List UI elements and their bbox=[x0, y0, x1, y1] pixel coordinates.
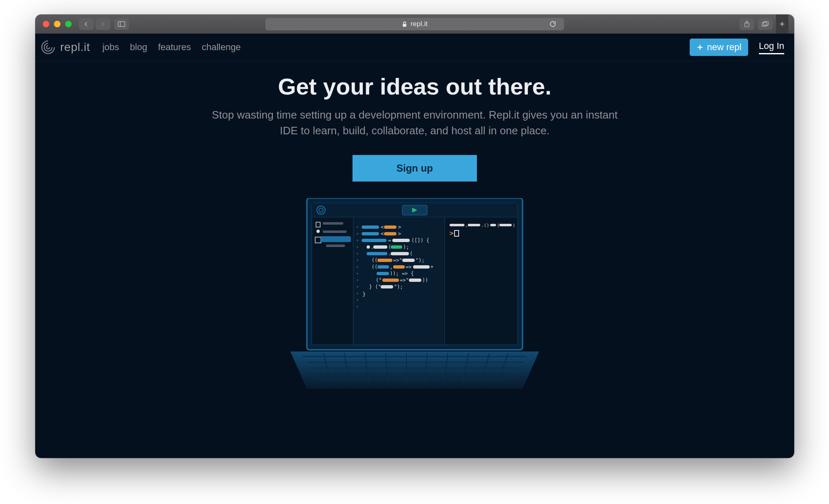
svg-text:((: (( bbox=[372, 257, 377, 263]
svg-point-45 bbox=[357, 226, 358, 228]
svg-rect-64 bbox=[384, 232, 396, 235]
svg-rect-95 bbox=[382, 279, 399, 282]
sidebar-toggle[interactable] bbox=[114, 18, 129, 30]
replit-logo-icon bbox=[40, 39, 56, 55]
svg-point-51 bbox=[357, 266, 358, 268]
svg-text:(": (" bbox=[376, 277, 382, 283]
svg-text:=>: => bbox=[406, 264, 411, 270]
svg-rect-105 bbox=[468, 224, 480, 226]
svg-text:=>": =>" bbox=[400, 277, 409, 283]
svg-text:)): )) bbox=[422, 277, 428, 283]
svg-point-53 bbox=[357, 279, 358, 281]
new-tab-button[interactable] bbox=[776, 15, 788, 34]
svg-rect-100 bbox=[381, 285, 393, 288]
page-content: repl.it jobs blog features challenge new… bbox=[35, 34, 794, 458]
nav-link-features[interactable]: features bbox=[158, 42, 191, 53]
svg-rect-97 bbox=[409, 279, 421, 282]
window-controls bbox=[43, 21, 72, 27]
svg-text:+: + bbox=[430, 264, 433, 270]
address-bar[interactable]: repl.it bbox=[265, 18, 564, 30]
toolbar-right bbox=[739, 15, 788, 34]
svg-text:): ) bbox=[513, 223, 515, 228]
svg-text:([]) {: ([]) { bbox=[411, 237, 429, 243]
svg-marker-12 bbox=[307, 389, 523, 395]
hero-subtitle: Stop wasting time setting up a developme… bbox=[212, 107, 618, 138]
svg-rect-78 bbox=[391, 252, 409, 255]
svg-text:=: = bbox=[388, 237, 391, 243]
svg-rect-72 bbox=[373, 245, 387, 249]
plus-icon bbox=[696, 44, 704, 51]
svg-text:>: > bbox=[398, 224, 401, 230]
hero-title: Get your ideas out there. bbox=[52, 73, 778, 100]
svg-rect-44 bbox=[326, 245, 345, 247]
svg-rect-103 bbox=[450, 224, 464, 226]
svg-rect-109 bbox=[499, 224, 512, 226]
svg-rect-58 bbox=[362, 225, 379, 229]
main-nav: jobs blog features challenge bbox=[102, 42, 241, 53]
nav-arrows bbox=[79, 18, 110, 30]
svg-text:");: "); bbox=[394, 284, 403, 290]
login-link[interactable]: Log In bbox=[759, 41, 784, 54]
svg-rect-81 bbox=[377, 259, 392, 262]
svg-point-54 bbox=[357, 286, 358, 288]
signup-button[interactable]: Sign up bbox=[353, 155, 477, 182]
svg-rect-90 bbox=[413, 265, 430, 269]
svg-text:>: > bbox=[398, 231, 401, 237]
svg-rect-0 bbox=[118, 22, 125, 27]
svg-text:");: "); bbox=[416, 257, 425, 263]
svg-point-48 bbox=[357, 246, 358, 248]
svg-point-47 bbox=[357, 240, 358, 241]
svg-text:(: ( bbox=[410, 251, 413, 257]
svg-text:);: ); bbox=[403, 244, 409, 250]
svg-rect-76 bbox=[367, 252, 387, 255]
svg-rect-6 bbox=[763, 22, 768, 25]
svg-rect-107 bbox=[490, 224, 496, 226]
reload-button[interactable] bbox=[549, 20, 557, 28]
svg-rect-60 bbox=[384, 225, 396, 229]
minimize-window-button[interactable] bbox=[54, 21, 61, 27]
svg-text:>: > bbox=[450, 229, 454, 237]
svg-text:} (": } (" bbox=[369, 284, 381, 290]
hero-section: Get your ideas out there. Stop wasting t… bbox=[35, 61, 794, 397]
brand-logo[interactable]: repl.it bbox=[40, 39, 90, 55]
svg-point-57 bbox=[357, 306, 358, 308]
forward-button[interactable] bbox=[95, 18, 110, 30]
svg-rect-5 bbox=[762, 22, 767, 26]
tabs-overview-button[interactable] bbox=[758, 18, 773, 30]
svg-rect-86 bbox=[377, 265, 389, 269]
url-text: repl.it bbox=[411, 20, 428, 28]
share-button[interactable] bbox=[739, 18, 754, 30]
svg-point-56 bbox=[357, 299, 358, 301]
svg-rect-88 bbox=[393, 265, 405, 269]
svg-point-49 bbox=[357, 253, 358, 254]
nav-link-jobs[interactable]: jobs bbox=[102, 42, 119, 53]
svg-rect-70 bbox=[367, 245, 370, 249]
svg-text:<: < bbox=[381, 231, 384, 237]
safari-window: repl.it bbox=[35, 15, 794, 458]
svg-point-46 bbox=[357, 233, 358, 235]
svg-rect-66 bbox=[362, 239, 387, 242]
svg-rect-92 bbox=[377, 272, 389, 275]
browser-titlebar: repl.it bbox=[35, 15, 794, 34]
new-repl-label: new repl bbox=[707, 42, 741, 53]
lock-icon bbox=[402, 21, 407, 27]
site-header: repl.it jobs blog features challenge new… bbox=[35, 34, 794, 61]
svg-point-52 bbox=[357, 273, 358, 274]
laptop-illustration: < > < > = ([]) { bbox=[52, 198, 778, 397]
svg-point-50 bbox=[357, 259, 358, 261]
svg-point-55 bbox=[357, 293, 358, 294]
nav-link-challenge[interactable]: challenge bbox=[202, 42, 241, 53]
svg-text:,: , bbox=[465, 223, 468, 228]
new-repl-button[interactable]: new repl bbox=[690, 39, 748, 56]
svg-text:,: , bbox=[390, 264, 393, 270]
back-button[interactable] bbox=[79, 18, 94, 30]
svg-rect-43 bbox=[321, 236, 351, 242]
svg-rect-42 bbox=[323, 230, 347, 233]
svg-text:.(): .() bbox=[481, 223, 489, 228]
svg-rect-68 bbox=[392, 239, 410, 242]
svg-text:}: } bbox=[362, 291, 366, 297]
nav-link-blog[interactable]: blog bbox=[130, 42, 147, 53]
close-window-button[interactable] bbox=[43, 21, 49, 27]
fullscreen-window-button[interactable] bbox=[65, 21, 72, 27]
svg-rect-62 bbox=[362, 232, 379, 235]
